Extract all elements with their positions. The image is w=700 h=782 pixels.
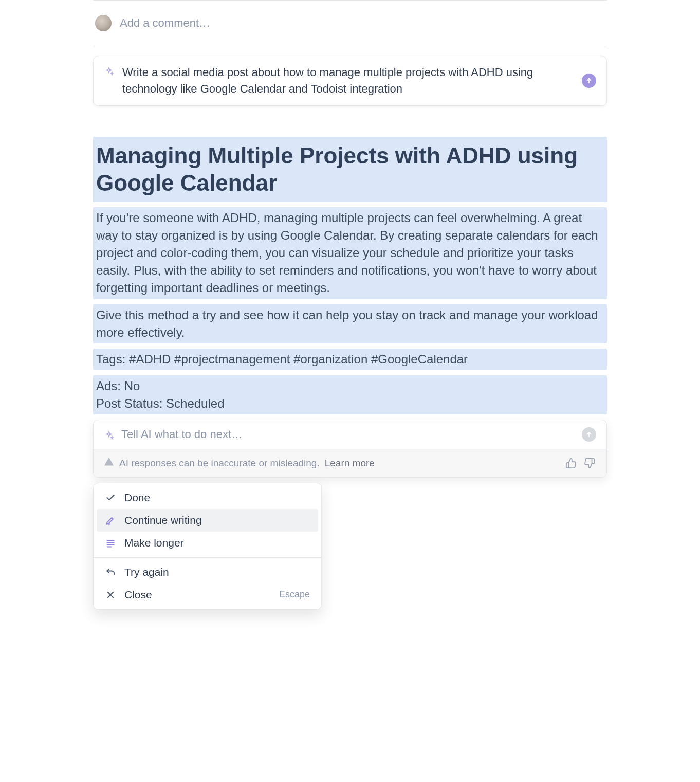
sparkle-icon xyxy=(104,66,114,77)
thumbs-up-icon xyxy=(565,458,577,469)
menu-item-try-again[interactable]: Try again xyxy=(94,561,321,584)
menu-item-label: Try again xyxy=(124,566,169,578)
divider xyxy=(93,0,607,1)
ai-next-input[interactable]: Tell AI what to do next… xyxy=(121,428,575,441)
pencil-icon xyxy=(105,515,116,526)
output-paragraph: Give this method a try and see how it ca… xyxy=(93,304,607,343)
ai-next-card: Tell AI what to do next… AI responses ca… xyxy=(93,420,607,478)
arrow-up-icon xyxy=(585,77,593,84)
output-tags: Tags: #ADHD #projectmanagement #organiza… xyxy=(93,349,607,370)
ai-prompt-card: Write a social media post about how to m… xyxy=(93,56,607,106)
menu-divider xyxy=(94,557,321,558)
comment-row: Add a comment… xyxy=(93,10,607,46)
divider xyxy=(93,46,607,46)
thumbs-up-button[interactable] xyxy=(564,457,578,470)
ai-output: Managing Multiple Projects with ADHD usi… xyxy=(93,137,607,414)
ai-action-menu: Done Continue writing Make longer Try ag… xyxy=(93,483,322,610)
output-title: Managing Multiple Projects with ADHD usi… xyxy=(93,137,607,202)
menu-item-label: Make longer xyxy=(124,537,184,549)
menu-item-label: Close xyxy=(124,589,152,601)
submit-prompt-button[interactable] xyxy=(582,74,596,88)
comment-input[interactable]: Add a comment… xyxy=(120,16,210,30)
menu-item-label: Continue writing xyxy=(124,514,202,526)
thumbs-down-button[interactable] xyxy=(583,457,596,470)
menu-item-label: Done xyxy=(124,492,150,504)
ai-prompt-text[interactable]: Write a social media post about how to m… xyxy=(122,64,574,97)
thumbs-down-icon xyxy=(584,458,595,469)
submit-next-button[interactable] xyxy=(582,427,596,442)
sparkle-icon xyxy=(104,430,114,441)
undo-icon xyxy=(105,567,116,578)
keyboard-hint: Escape xyxy=(279,589,310,600)
menu-item-make-longer[interactable]: Make longer xyxy=(94,532,321,554)
check-icon xyxy=(105,492,116,503)
output-paragraph: If you're someone with ADHD, managing mu… xyxy=(93,207,607,299)
disclaimer-text: AI responses can be inaccurate or mislea… xyxy=(119,458,320,469)
warning-icon xyxy=(104,457,114,469)
menu-item-done[interactable]: Done xyxy=(94,486,321,509)
output-meta: Ads: No Post Status: Scheduled xyxy=(93,375,607,414)
lines-icon xyxy=(105,537,116,549)
learn-more-link[interactable]: Learn more xyxy=(325,458,375,469)
arrow-up-icon xyxy=(585,431,593,438)
close-icon xyxy=(105,589,116,601)
avatar[interactable] xyxy=(95,15,112,31)
menu-item-close[interactable]: Close Escape xyxy=(94,584,321,606)
menu-item-continue-writing[interactable]: Continue writing xyxy=(97,509,318,532)
